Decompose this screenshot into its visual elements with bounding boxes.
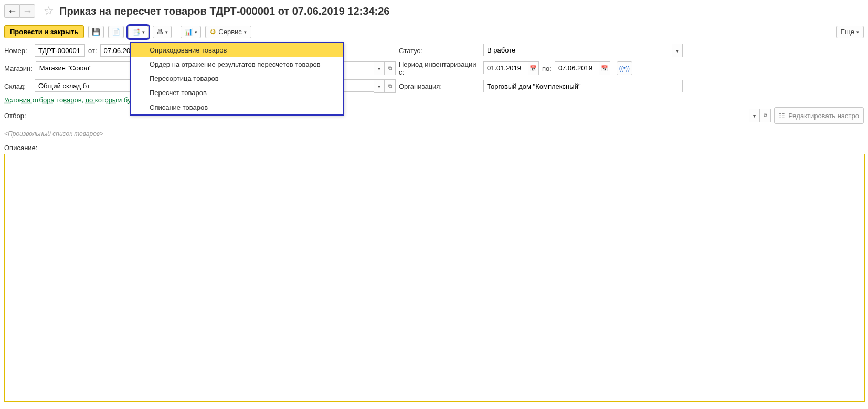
- org-label: Организация:: [399, 82, 480, 90]
- service-button[interactable]: ⚙Сервис▾: [205, 26, 251, 38]
- caret-down-icon: ▾: [142, 29, 145, 35]
- create-based-on-button[interactable]: 📑▾: [128, 26, 149, 38]
- menu-item-oprihodovanie[interactable]: Оприходование товаров: [131, 43, 343, 57]
- description-textarea[interactable]: [4, 154, 865, 402]
- caret-down-icon: ▾: [165, 29, 168, 35]
- empty-hint: <Произвольный список товаров>: [4, 128, 864, 144]
- chart-icon: 📊: [184, 28, 193, 36]
- document-check-icon: 📄: [112, 28, 120, 36]
- menu-item-spisanie[interactable]: Списание товаров: [131, 100, 343, 114]
- back-button[interactable]: 🠐: [4, 4, 19, 18]
- create-based-icon: 📑: [132, 28, 140, 36]
- store-dropdown-button[interactable]: ▾: [374, 61, 385, 75]
- period-from-input[interactable]: [483, 61, 528, 74]
- caret-down-icon: ▾: [856, 29, 859, 35]
- description-label: Описание:: [4, 144, 864, 154]
- post-button[interactable]: 📄: [108, 26, 124, 38]
- separator: [176, 26, 176, 38]
- caret-down-icon: ▾: [195, 29, 197, 35]
- calendar-icon[interactable]: 📅: [528, 61, 539, 75]
- store-label: Магазин:: [4, 65, 33, 72]
- menu-item-pereschet[interactable]: Пересчет товаров: [131, 86, 343, 100]
- from-label: от:: [88, 47, 97, 55]
- warehouse-open-button[interactable]: ⧉: [385, 79, 396, 93]
- calendar-icon[interactable]: 📅: [599, 61, 610, 75]
- period-to-input[interactable]: [555, 61, 599, 74]
- gear-icon: ⚙: [210, 28, 216, 36]
- save-button[interactable]: 💾: [88, 26, 104, 38]
- filter-label: Отбор:: [4, 112, 31, 120]
- period-to-label: по:: [542, 65, 552, 72]
- more-button[interactable]: Еще▾: [836, 26, 864, 38]
- filter-dropdown-button[interactable]: ▾: [749, 109, 760, 122]
- warehouse-label: Склад:: [4, 82, 31, 90]
- status-input[interactable]: [483, 44, 672, 56]
- menu-item-order[interactable]: Ордер на отражение результатов пересчето…: [131, 57, 343, 71]
- page-title: Приказ на пересчет товаров ТДРТ-000001 о…: [59, 5, 389, 17]
- number-label: Номер:: [4, 47, 31, 55]
- status-dropdown-button[interactable]: ▾: [672, 44, 683, 57]
- menu-item-peresortica[interactable]: Пересортица товаров: [131, 71, 343, 86]
- post-and-close-button[interactable]: Провести и закрыть: [4, 25, 84, 38]
- settings-icon: ☷: [779, 112, 785, 120]
- filter-open-button[interactable]: ⧉: [760, 109, 771, 122]
- forward-button[interactable]: 🠒: [19, 4, 35, 18]
- star-icon[interactable]: ☆: [44, 4, 54, 18]
- store-open-button[interactable]: ⧉: [385, 61, 396, 75]
- printer-icon: 🖶: [156, 28, 163, 36]
- floppy-icon: 💾: [92, 28, 100, 36]
- wifi-icon-button[interactable]: ((•)): [617, 61, 632, 75]
- edit-filter-button[interactable]: ☷ Редактировать настро: [774, 107, 864, 124]
- org-input[interactable]: [483, 80, 683, 92]
- print-button[interactable]: 🖶▾: [153, 26, 172, 38]
- warehouse-dropdown-button[interactable]: ▾: [374, 79, 385, 93]
- status-label: Статус:: [399, 47, 480, 55]
- caret-down-icon: ▾: [244, 29, 247, 35]
- period-label: Период инвентаризации с:: [399, 60, 480, 76]
- number-input[interactable]: [35, 44, 85, 57]
- create-based-on-menu: Оприходование товаров Ордер на отражение…: [130, 42, 344, 116]
- report-button[interactable]: 📊▾: [181, 26, 201, 38]
